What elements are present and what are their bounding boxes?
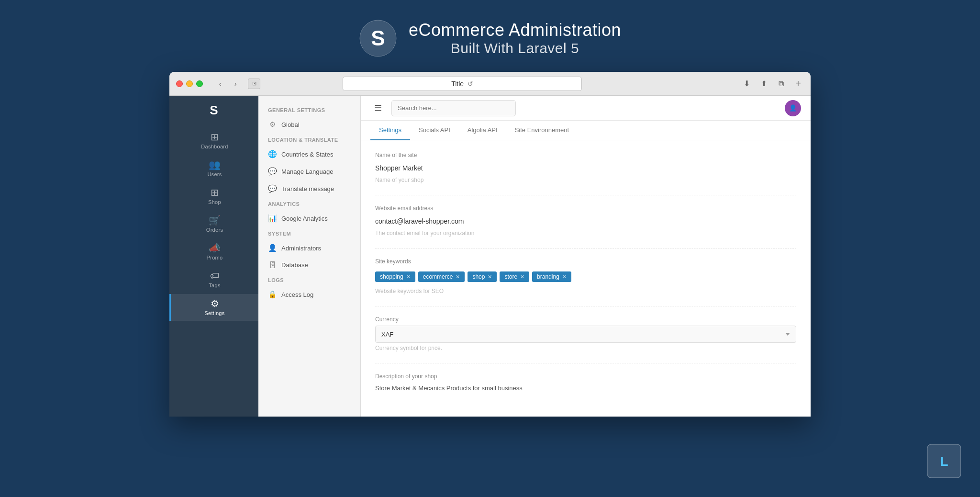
top-bar: ☰ 👤: [361, 96, 811, 121]
branding-header: S eCommerce Administration Built With La…: [359, 0, 621, 72]
submenu-item-database[interactable]: 🗄 Database: [258, 257, 360, 273]
tab-algolia-api[interactable]: Algolia API: [459, 121, 506, 140]
tag-label: store: [504, 273, 517, 280]
tag-label: ecommerce: [423, 273, 453, 280]
sidebar-item-dashboard[interactable]: ⊞ Dashboard: [169, 127, 258, 154]
submenu-item-label: Database: [281, 261, 308, 269]
settings-icon: ⚙: [211, 299, 219, 308]
reload-icon[interactable]: ↺: [468, 80, 473, 88]
svg-text:S: S: [210, 103, 218, 117]
lock-icon: 🔒: [268, 290, 277, 299]
address-bar[interactable]: Title ↺: [343, 77, 582, 91]
forward-button[interactable]: ›: [229, 78, 242, 90]
currency-hint: Currency symbol for price.: [375, 345, 796, 351]
download-icon[interactable]: ⬇: [741, 78, 752, 90]
tag-remove-store[interactable]: ✕: [520, 274, 524, 280]
tag-branding: branding ✕: [532, 271, 571, 282]
tab-settings[interactable]: Settings: [370, 121, 410, 140]
tag-label: shop: [472, 273, 485, 280]
tag-remove-ecommerce[interactable]: ✕: [456, 274, 460, 280]
site-name-value: Shopper Market: [375, 161, 796, 175]
main-content: ☰ 👤 Settings Socials API Algolia API: [361, 96, 811, 417]
search-input[interactable]: [391, 100, 516, 116]
tag-store: store ✕: [500, 271, 529, 282]
browser-window: ‹ › ⊡ Title ↺ ⬇ ⬆ ⧉ + S: [169, 72, 811, 417]
sidebar-item-shop[interactable]: ⊞ Shop: [169, 183, 258, 210]
tags-icon: 🏷: [210, 271, 220, 281]
submenu-item-countries[interactable]: 🌐 Countries & States: [258, 146, 360, 163]
submenu-item-label: Administrators: [281, 245, 321, 252]
sidebar-item-settings[interactable]: ⚙ Settings: [169, 294, 258, 321]
minimize-button[interactable]: [186, 80, 193, 87]
form-group-email: Website email address contact@laravel-sh…: [375, 205, 796, 237]
sidebar-item-tags[interactable]: 🏷 Tags: [169, 266, 258, 293]
countries-icon: 🌐: [268, 150, 277, 158]
dashboard-icon: ⊞: [211, 132, 219, 142]
back-button[interactable]: ‹: [213, 78, 227, 90]
submenu-item-administrators[interactable]: 👤 Administrators: [258, 239, 360, 257]
form-area: Name of the site Shopper Market Name of …: [361, 140, 811, 417]
sidebar: S ⊞ Dashboard 👥 Users ⊞ Shop 🛒 O: [169, 96, 258, 417]
tag-remove-shop[interactable]: ✕: [488, 274, 492, 280]
submenu-item-global[interactable]: ⚙ Global: [258, 116, 360, 133]
sidebar-item-orders[interactable]: 🛒 Orders: [169, 211, 258, 237]
tab-socials-api[interactable]: Socials API: [410, 121, 459, 140]
sidebar-toggle-button[interactable]: ⊡: [248, 79, 260, 89]
submenu-item-access-log[interactable]: 🔒 Access Log: [258, 286, 360, 303]
submenu-item-label: Access Log: [281, 291, 313, 298]
form-group-description: Description of your shop Store Market & …: [375, 373, 796, 394]
submenu-item-label: Translate message: [281, 185, 334, 192]
submenu-item-language[interactable]: 💬 Manage Language: [258, 163, 360, 180]
svg-text:S: S: [371, 26, 385, 50]
submenu-item-google-analytics[interactable]: 📊 Google Analytics: [258, 210, 360, 227]
tabs-bar: Settings Socials API Algolia API Site En…: [361, 121, 811, 140]
sidebar-item-users[interactable]: 👥 Users: [169, 155, 258, 182]
submenu-section-logs: Logs: [258, 273, 360, 286]
add-tab-button[interactable]: +: [792, 78, 804, 90]
avatar-image: 👤: [789, 104, 797, 112]
tab-site-environment[interactable]: Site Environnement: [506, 121, 578, 140]
hamburger-button[interactable]: ☰: [370, 101, 386, 115]
email-label: Website email address: [375, 205, 796, 212]
currency-select[interactable]: XAF USD EUR: [375, 326, 796, 343]
shop-icon: ⊞: [211, 188, 219, 197]
user-avatar[interactable]: 👤: [785, 100, 801, 116]
form-divider-3: [375, 306, 796, 306]
sidebar-item-label: Settings: [204, 310, 224, 316]
form-divider-4: [375, 363, 796, 363]
branding-text: eCommerce Administration Built With Lara…: [409, 20, 621, 56]
submenu-item-label: Global: [281, 121, 300, 128]
tag-remove-shopping[interactable]: ✕: [406, 274, 411, 280]
traffic-lights: [176, 80, 203, 87]
submenu-section-general: General Settings: [258, 103, 360, 116]
site-name-label: Name of the site: [375, 152, 796, 158]
fullscreen-button[interactable]: [196, 80, 203, 87]
tag-remove-branding[interactable]: ✕: [562, 274, 567, 280]
share-icon[interactable]: ⬆: [758, 78, 769, 90]
analytics-icon: 📊: [268, 214, 277, 223]
sidebar-item-label: Dashboard: [201, 144, 228, 149]
users-icon: 👥: [209, 160, 221, 169]
sidebar-toggle-icon: ⊡: [252, 80, 256, 87]
global-icon: ⚙: [268, 120, 277, 129]
tags-container: shopping ✕ ecommerce ✕ shop ✕ store: [375, 268, 796, 286]
submenu-panel: General Settings ⚙ Global Location & Tra…: [258, 96, 361, 417]
submenu-section-analytics: Analytics: [258, 197, 360, 210]
submenu-item-label: Countries & States: [281, 151, 333, 158]
close-button[interactable]: [176, 80, 183, 87]
orders-icon: 🛒: [209, 215, 221, 225]
sidebar-item-label: Users: [207, 171, 222, 177]
sidebar-item-label: Promo: [207, 255, 223, 260]
sidebar-item-promo[interactable]: 📣 Promo: [169, 238, 258, 265]
tag-shop: shop ✕: [468, 271, 497, 282]
submenu-section-location: Location & Translate: [258, 133, 360, 146]
sidebar-item-label: Shop: [208, 199, 221, 205]
app-content: S ⊞ Dashboard 👥 Users ⊞ Shop 🛒 O: [169, 96, 811, 417]
tag-label: shopping: [380, 273, 403, 280]
submenu-item-translate[interactable]: 💬 Translate message: [258, 180, 360, 197]
email-value: contact@laravel-shopper.com: [375, 215, 796, 228]
copy-icon[interactable]: ⧉: [775, 78, 787, 90]
email-hint: The contact email for your organization: [375, 230, 796, 237]
address-text: Title: [451, 80, 464, 88]
database-icon: 🗄: [268, 261, 277, 269]
